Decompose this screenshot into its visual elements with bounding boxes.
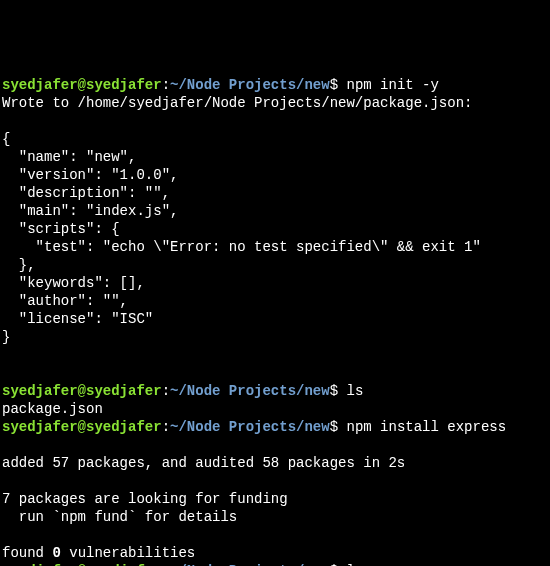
prompt-dollar: $ [330,383,347,399]
prompt-path: ~/Node Projects/new [170,419,330,435]
output-line: "name": "new", [2,149,136,165]
prompt-user: syedjafer@syedjafer [2,383,162,399]
output-text: found [2,545,52,561]
output-line: "version": "1.0.0", [2,167,178,183]
output-text: vulnerabilities [61,545,195,561]
prompt-dollar: $ [330,419,347,435]
prompt-user: syedjafer@syedjafer [2,77,162,93]
vuln-count: 0 [52,545,60,561]
output-line: added 57 packages, and audited 58 packag… [2,455,405,471]
output-line: "author": "", [2,293,128,309]
output-line: 7 packages are looking for funding [2,491,288,507]
output-line: run `npm fund` for details [2,509,237,525]
output-line: "license": "ISC" [2,311,153,327]
output-line: "test": "echo \"Error: no test specified… [2,239,481,255]
prompt-dollar: $ [330,77,347,93]
ls-output: package.json [2,401,103,417]
output-line: "main": "index.js", [2,203,178,219]
output-line: } [2,329,10,345]
output-line: }, [2,257,36,273]
output-line: "description": "", [2,185,170,201]
prompt-colon: : [162,383,170,399]
command-text: npm install express [347,419,507,435]
prompt-path: ~/Node Projects/new [170,77,330,93]
prompt-user: syedjafer@syedjafer [2,419,162,435]
output-line: "scripts": { [2,221,120,237]
prompt-colon: : [162,419,170,435]
command-text: npm init -y [347,77,439,93]
terminal[interactable]: syedjafer@syedjafer:~/Node Projects/new$… [2,76,548,566]
output-line: { [2,131,10,147]
output-line: "keywords": [], [2,275,145,291]
command-text: ls [347,383,364,399]
prompt-path: ~/Node Projects/new [170,383,330,399]
output-line: Wrote to /home/syedjafer/Node Projects/n… [2,95,472,111]
prompt-colon: : [162,77,170,93]
